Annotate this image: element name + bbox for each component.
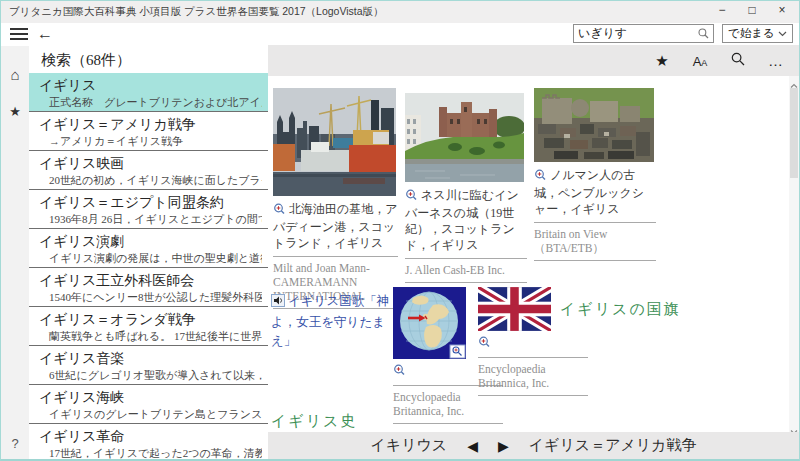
result-item[interactable]: イギリス演劇 イギリス演劇の発展は，中世の聖史劇と道徳劇，… (29, 229, 268, 268)
anthem-link-text[interactable]: イギリス国歌「神よ，女王を守りたまえ」 (271, 294, 389, 348)
search-results-header: 検索（68件） (29, 46, 268, 73)
search-mode-dropdown[interactable]: で始まる (722, 24, 793, 43)
figure-caption: 北海油田の基地，アバディーン港，スコットランド，イギリス (273, 202, 398, 250)
previous-entry-link[interactable]: イキリウス (370, 436, 447, 455)
content-toolbar: ★ AA … (268, 45, 799, 76)
previous-arrow-icon[interactable]: ◀ (467, 438, 478, 454)
window-controls: − □ × (707, 1, 797, 22)
flag-label: イギリスの国旗 (560, 300, 681, 319)
entry-pager: イキリウス ◀ ▶ イギリス＝アメリカ戦争 (268, 432, 799, 459)
norman-castle-photo[interactable] (534, 88, 654, 162)
result-item[interactable]: イギリス＝オランダ戦争 蘭英戦争とも呼ばれる。 17世紀後半に世界貿易… (29, 307, 268, 346)
chevron-down-icon (778, 31, 787, 37)
figure-credit: Britain on View（BTA/ETB） (534, 227, 656, 255)
scroll-down-icon[interactable] (789, 422, 799, 432)
vertical-scrollbar[interactable] (789, 76, 799, 432)
result-item[interactable]: イギリス音楽 6世紀にグレゴリオ聖歌が導入されて以来，各大… (29, 346, 268, 385)
search-icon[interactable] (698, 25, 709, 43)
back-icon[interactable]: ← (37, 23, 53, 45)
result-item[interactable]: イギリス＝アメリカ戦争 →アメリカ＝イギリス戦争 (29, 112, 268, 151)
search-input[interactable] (578, 27, 698, 41)
help-icon[interactable]: ? (1, 436, 29, 451)
figure-norman-castle: ノルマン人の古城，ペンブルックシャー，イギリス Britain on View（… (534, 88, 656, 265)
divider (273, 256, 398, 257)
window-title: ブリタニカ国際大百科事典 小項目版 プラス世界各国要覧 2017（LogoVis… (9, 1, 384, 22)
result-item-igirisu[interactable]: イギリス 正式名称 グレートブリテンおよび北アイルラン… (29, 73, 268, 112)
divider (534, 260, 656, 261)
search-box[interactable] (573, 24, 714, 43)
result-item[interactable]: イギリス映画 20世紀の初め，イギリス海峡に面したブライトン… (29, 151, 268, 190)
bookmark-star-icon[interactable]: ★ (643, 52, 681, 70)
scrollbar-thumb[interactable] (790, 88, 798, 178)
result-item[interactable]: イギリス海峡 イギリスのグレートブリテン島とフランスを隔て… (29, 385, 268, 424)
divider (405, 258, 527, 259)
divider (478, 395, 588, 396)
union-jack-flag-image[interactable] (478, 287, 551, 331)
section-heading-uk-history: イギリス史 (271, 412, 357, 431)
speaker-icon[interactable] (271, 294, 285, 313)
maximize-button[interactable]: □ (737, 1, 767, 22)
search-mode-value: で始まる (728, 26, 775, 41)
font-size-icon[interactable]: AA (681, 52, 719, 70)
inverness-castle-photo[interactable] (405, 93, 524, 182)
zoom-magnifier-icon[interactable] (478, 334, 588, 352)
divider (534, 222, 656, 223)
result-item[interactable]: イギリス革命 17世紀，イギリスで起った2つの革命，清教徒革… (29, 424, 268, 459)
figure-inverness-castle: ネス川に臨むインバーネスの城（19世紀），スコットランド，イギリス J. All… (405, 93, 527, 287)
scroll-up-icon[interactable] (789, 76, 799, 86)
result-item[interactable]: イギリス王立外科医師会 1540年にヘンリー8世が公認した理髪外科医の団… (29, 268, 268, 307)
zoom-magnifier-icon[interactable] (273, 203, 286, 219)
home-icon[interactable]: ⌂ (1, 66, 29, 83)
left-rail: ⌂ ★ ? (1, 46, 29, 459)
more-options-icon[interactable]: … (757, 52, 795, 69)
nav-row: ← で始まる (1, 23, 799, 46)
article-body: 北海油田の基地，アバディーン港，スコットランド，イギリス Milt and Jo… (268, 76, 789, 432)
zoom-magnifier-icon[interactable] (405, 189, 418, 205)
figure-caption: ネス川に臨むインバーネスの城（19世紀），スコットランド，イギリス (405, 188, 519, 252)
favorites-icon[interactable]: ★ (1, 104, 29, 119)
zoom-magnifier-icon[interactable] (534, 169, 547, 185)
globe-locator-image[interactable] (393, 287, 466, 359)
app-window: ブリタニカ国際大百科事典 小項目版 プラス世界各国要覧 2017（LogoVis… (0, 0, 800, 461)
divider (393, 423, 503, 424)
search-results-list: イギリス 正式名称 グレートブリテンおよび北アイルラン… イギリス＝アメリカ戦争… (29, 73, 268, 459)
anthem-audio-link[interactable]: イギリス国歌「神よ，女王を守りたまえ」 (271, 292, 391, 351)
figure-credit: J. Allen Cash-EB Inc. (405, 263, 527, 277)
next-entry-link[interactable]: イギリス＝アメリカ戦争 (529, 436, 697, 455)
next-arrow-icon[interactable]: ▶ (498, 438, 509, 454)
result-item[interactable]: イギリス＝エジプト同盟条約 1936年8月 26日，イギリスとエジプトの間で 2… (29, 190, 268, 229)
article-panel: ★ AA … (268, 46, 799, 459)
minimize-button[interactable]: − (707, 1, 737, 22)
close-button[interactable]: × (767, 1, 797, 22)
divider (405, 282, 527, 283)
divider (478, 357, 588, 358)
find-in-page-icon[interactable] (719, 52, 757, 70)
aberdeen-harbour-photo[interactable] (273, 88, 396, 196)
flag-credit: Encyclopaedia Britannica, Inc. (478, 362, 588, 390)
figure-caption: ノルマン人の古城，ペンブルックシャー，イギリス (534, 168, 644, 216)
hamburger-menu-icon[interactable] (10, 28, 28, 41)
titlebar: ブリタニカ国際大百科事典 小項目版 プラス世界各国要覧 2017（LogoVis… (1, 1, 799, 23)
figure-aberdeen-harbour: 北海油田の基地，アバディーン港，スコットランド，イギリス Milt and Jo… (273, 88, 398, 313)
search-results-panel: 検索（68件） イギリス 正式名称 グレートブリテンおよび北アイルラン… イギリ… (29, 46, 268, 459)
